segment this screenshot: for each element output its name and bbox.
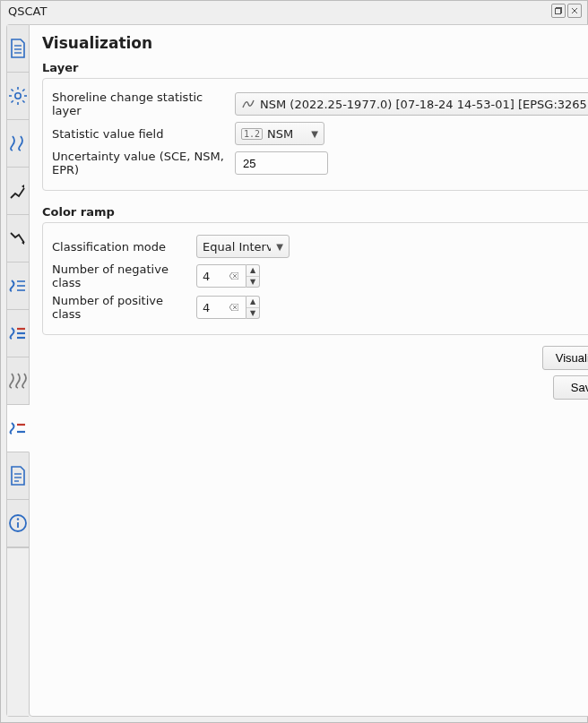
gear-icon — [7, 85, 29, 107]
svg-line-15 — [12, 100, 13, 102]
svg-line-13 — [22, 100, 24, 102]
row-mode: Classification mode Equal Interval ▼ — [52, 235, 588, 258]
spin-down-button[interactable]: ▼ — [246, 277, 259, 288]
mode-value: Equal Interval — [203, 240, 271, 254]
dock-close-button[interactable] — [567, 4, 582, 18]
stat-layer-label: Shoreline change statistic layer — [52, 90, 235, 117]
ramp-section-title: Color ramp — [42, 205, 588, 219]
tab-visualization[interactable] — [7, 405, 30, 452]
dock-restore-button[interactable] — [551, 4, 566, 18]
neg-class-label: Number of negative class — [52, 263, 196, 289]
stat-layer-value: NSM (2022.25-1977.0) [07-18-24 14-53-01]… — [260, 98, 587, 111]
chevron-down-icon: ▼ — [276, 242, 283, 252]
stat-field-value: NSM — [267, 127, 293, 141]
spin-up-button[interactable]: ▲ — [246, 265, 259, 277]
line-layer-icon — [241, 97, 255, 111]
row-pos-class: Number of positive class 4 ▲ ▼ — [52, 294, 588, 321]
clear-icon[interactable] — [228, 272, 240, 280]
uncertainty-input[interactable] — [241, 156, 322, 171]
tab-summary[interactable] — [7, 452, 29, 500]
window-controls — [551, 4, 582, 18]
svg-point-7 — [15, 93, 21, 99]
qscat-dock-window: QSCAT — [0, 0, 588, 723]
content-panel: Visualization Layer Shoreline change sta… — [29, 24, 588, 717]
row-neg-class: Number of negative class 4 ▲ ▼ — [52, 263, 588, 289]
layer-group: Shoreline change statistic layer NSM (20… — [42, 78, 588, 191]
page-title: Visualization — [42, 34, 588, 52]
chevron-down-icon: ▼ — [311, 129, 318, 139]
clear-icon[interactable] — [228, 304, 240, 311]
stat-layer-combo[interactable]: NSM (2022.25-1977.0) [07-18-24 14-53-01]… — [235, 92, 588, 116]
titlebar: QSCAT — [1, 1, 587, 21]
tab-transects-down[interactable] — [7, 215, 29, 263]
save-button[interactable]: Save — [553, 375, 588, 400]
pos-class-spin[interactable]: 4 ▲ ▼ — [196, 296, 260, 319]
pos-class-label: Number of positive class — [52, 294, 196, 321]
tab-about[interactable] — [7, 500, 29, 547]
mode-combo[interactable]: Equal Interval ▼ — [196, 235, 290, 258]
neg-class-spin[interactable]: 4 ▲ ▼ — [196, 264, 260, 288]
report-icon — [8, 465, 28, 486]
tab-shoreline-change[interactable] — [7, 263, 29, 310]
spin-up-button[interactable]: ▲ — [246, 297, 259, 308]
svg-line-14 — [22, 90, 24, 91]
svg-line-12 — [12, 90, 13, 91]
document-icon — [8, 38, 28, 59]
uncertainty-label: Uncertainty value (SCE, NSM, EPR) — [52, 150, 235, 176]
shoreline-icon — [7, 275, 29, 297]
sidebar-spacer — [7, 547, 29, 716]
waves-gray-icon — [7, 370, 29, 392]
tab-baseline[interactable] — [7, 120, 29, 168]
tab-transects-up[interactable] — [7, 168, 29, 215]
stat-field-label: Statistic value field — [52, 127, 235, 141]
tab-forecasting[interactable] — [7, 357, 29, 405]
window-title: QSCAT — [8, 4, 47, 18]
visualize-button[interactable]: Visualize — [542, 346, 588, 370]
row-uncertainty: Uncertainty value (SCE, NSM, EPR) — [52, 150, 588, 176]
info-icon — [7, 512, 29, 534]
row-stat-layer: Shoreline change statistic layer NSM (20… — [52, 90, 588, 117]
arrow-zigzag-up-icon — [7, 180, 29, 202]
row-stat-field: Statistic value field 1.2 NSM ▼ — [52, 122, 588, 145]
visualization-icon — [7, 417, 29, 439]
arrow-zigzag-down-icon — [7, 228, 29, 249]
button-bar: Visualize Save — [42, 346, 588, 400]
stat-field-combo[interactable]: 1.2 NSM ▼ — [235, 122, 324, 145]
mode-label: Classification mode — [52, 240, 196, 254]
tab-project[interactable] — [7, 25, 29, 73]
pos-class-value: 4 — [203, 301, 210, 314]
numeric-field-icon: 1.2 — [241, 128, 263, 140]
tab-area-change[interactable] — [7, 310, 29, 357]
sidebar — [6, 24, 29, 717]
layer-section-title: Layer — [42, 61, 588, 74]
waves-icon — [7, 133, 29, 154]
neg-class-value: 4 — [203, 270, 210, 283]
body: Visualization Layer Shoreline change sta… — [1, 21, 587, 722]
shoreline-colored-icon — [7, 323, 29, 344]
spin-down-button[interactable]: ▼ — [246, 308, 259, 319]
tab-settings[interactable] — [7, 73, 29, 120]
uncertainty-input-wrap — [235, 151, 328, 175]
svg-point-28 — [17, 518, 19, 520]
svg-rect-1 — [556, 9, 561, 14]
ramp-group: Classification mode Equal Interval ▼ Num… — [42, 222, 588, 335]
